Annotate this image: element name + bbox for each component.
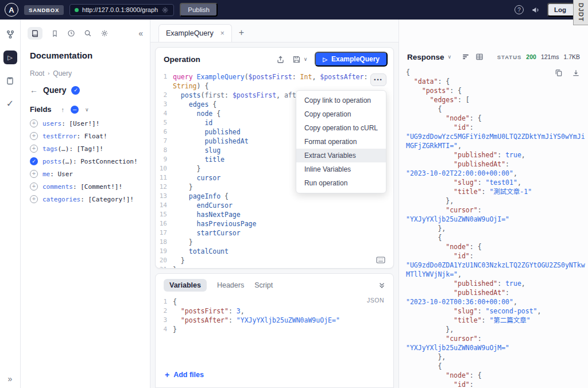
line-number: 1 (156, 297, 173, 306)
endpoint-settings-gear-icon[interactable] (161, 6, 169, 14)
breadcrumb-root[interactable]: Root (30, 69, 44, 77)
response-header: Response ∨ STATUS 200 121ms 1.7KB (399, 49, 588, 64)
docs-field-tags[interactable]: +tags(…): [Tag!]! (21, 142, 150, 155)
operation-editor[interactable]: 1query ExampleQuery($postsFirst: Int, $p… (156, 71, 393, 268)
add-files-button[interactable]: + Add files (165, 370, 204, 379)
docs-field-users[interactable]: +users: [User!]! (21, 117, 150, 130)
line-number: 1 (156, 72, 173, 82)
docs-field-me[interactable]: +me: User (21, 168, 150, 180)
endpoint-url-input[interactable]: http://127.0.0.1:8000/graph (69, 4, 174, 16)
code-row: "cursor": (406, 205, 588, 215)
back-arrow-icon[interactable]: ← (30, 86, 38, 95)
code-row: "slug": "test01", (406, 178, 588, 187)
collapse-variables-icon[interactable] (378, 282, 385, 289)
tab-variables[interactable]: Variables (164, 279, 207, 292)
main-area: ▷ ✓ » (0, 20, 588, 388)
code-row: "YXJyYXljb25uZWN0aW9uOjM=" (406, 343, 588, 352)
line-number: 20 (156, 256, 173, 265)
field-selected-check-icon[interactable]: ✓ (30, 157, 38, 165)
documentation-tab-icon[interactable] (28, 27, 42, 40)
line-number: 12 (156, 183, 173, 192)
code-row: "title": "第二篇文章" (406, 316, 588, 325)
breadcrumb-chevron-icon: › (48, 71, 49, 76)
docs-field-categories[interactable]: +categories: [Category!]! (21, 193, 150, 205)
line-number: 11 (156, 173, 173, 183)
copy-response-icon[interactable] (555, 69, 563, 79)
tab-strip: ExampleQuery × + (150, 20, 399, 42)
apollo-logo[interactable]: A (5, 3, 18, 17)
explorer-icon[interactable]: ▷ (3, 51, 17, 64)
menu-item-run-operation[interactable]: Run operation (296, 176, 386, 190)
variables-code[interactable]: 1{2 "postsFirst": 3,3 "postsAfter": "YXJ… (156, 295, 393, 334)
plus-icon: + (165, 370, 169, 379)
operation-more-menu-button[interactable]: ••• (370, 73, 386, 86)
field-add-circle-icon[interactable]: + (30, 132, 38, 140)
code-row: "slug": "second-post", (406, 306, 588, 316)
field-signature: testError: Float! (42, 133, 107, 140)
field-add-circle-icon[interactable]: + (30, 145, 38, 153)
fields-header: Fields ↑ – ∨ (21, 95, 150, 117)
line-number: 15 (156, 210, 173, 219)
schema-graph-icon[interactable] (3, 28, 17, 41)
bookmark-icon[interactable] (51, 30, 59, 37)
close-tab-icon[interactable]: × (220, 29, 225, 37)
menu-item-copy-operation-to-curl[interactable]: Copy operation to cURL (296, 121, 386, 135)
variables-tabs: VariablesHeadersScript (164, 279, 273, 292)
help-icon[interactable]: ? (514, 5, 524, 14)
response-format-lines-icon[interactable] (462, 53, 470, 61)
operation-title: Operation (164, 55, 200, 64)
line-number: 4 (156, 325, 173, 334)
share-operation-icon[interactable] (276, 55, 285, 64)
settings-gear-icon[interactable] (100, 29, 109, 37)
response-panel: Response ∨ STATUS 200 121ms 1.7KB (399, 20, 588, 388)
publish-button[interactable]: Publish (180, 3, 218, 17)
checklist-icon[interactable]: ✓ (3, 96, 17, 110)
line-number: 6 (156, 127, 173, 137)
field-add-circle-icon[interactable]: + (30, 119, 38, 127)
search-icon[interactable] (84, 29, 92, 37)
docs-field-testError[interactable]: +testError: Float! (21, 130, 150, 142)
menu-item-copy-operation[interactable]: Copy operation (296, 107, 386, 121)
menu-item-extract-variables[interactable]: Extract Variables (296, 149, 386, 162)
fields-chevron-down-icon[interactable]: ∨ (85, 107, 89, 112)
tab-script[interactable]: Script (254, 281, 273, 289)
code-row: 16 hasPreviousPage (156, 219, 393, 228)
run-operation-button[interactable]: ▷ ExampleQuery (315, 52, 388, 67)
operation-collections-icon[interactable] (3, 73, 17, 87)
save-operation-icon[interactable] (292, 55, 301, 64)
field-signature: categories: [Category!]! (42, 196, 134, 203)
deselect-all-icon[interactable]: – (71, 106, 79, 114)
docs-field-comments[interactable]: +comments: [Comment!]! (21, 180, 150, 193)
menu-item-copy-link-to-operation[interactable]: Copy link to operation (296, 94, 386, 107)
field-add-circle-icon[interactable]: + (30, 195, 38, 203)
history-icon[interactable] (67, 29, 75, 37)
menu-item-inline-variables[interactable]: Inline Variables (296, 162, 386, 176)
line-number: 7 (156, 137, 173, 146)
response-body[interactable]: { "data": { "posts": { "edges": [ { "nod… (399, 64, 588, 388)
megaphone-icon[interactable] (531, 6, 540, 14)
status-code: 200 (526, 53, 536, 60)
response-chevron-down-icon[interactable]: ∨ (448, 54, 452, 60)
collapse-docs-icon[interactable]: « (138, 29, 143, 38)
field-add-circle-icon[interactable]: + (30, 183, 38, 191)
sort-fields-icon[interactable]: ↑ (61, 106, 65, 113)
tab-label: ExampleQuery (166, 29, 214, 37)
line-number: 3 (156, 100, 173, 109)
response-table-view-icon[interactable] (475, 53, 483, 61)
field-signature: me: User (42, 170, 73, 178)
line-number: 14 (156, 201, 173, 210)
expand-rail-icon[interactable]: » (0, 374, 20, 383)
django-debug-toolbar-handle[interactable]: DJDT (573, 0, 588, 25)
field-add-circle-icon[interactable]: + (30, 170, 38, 178)
tab-examplequery[interactable]: ExampleQuery × (158, 24, 232, 42)
field-signature: comments: [Comment!]! (42, 183, 122, 191)
keyboard-shortcuts-icon[interactable] (376, 257, 385, 263)
new-tab-icon[interactable]: + (239, 28, 244, 38)
menu-item-format-operation[interactable]: Format operation (296, 135, 386, 149)
tab-headers[interactable]: Headers (217, 281, 244, 289)
download-response-icon[interactable] (572, 69, 580, 79)
save-dropdown-chevron-icon[interactable]: ∨ (304, 56, 308, 62)
docs-field-posts[interactable]: ✓posts(…): PostConnection! (21, 155, 150, 168)
code-row: 1query ExampleQuery($postsFirst: Int, $p… (156, 72, 393, 82)
code-row: "node": { (406, 114, 588, 123)
